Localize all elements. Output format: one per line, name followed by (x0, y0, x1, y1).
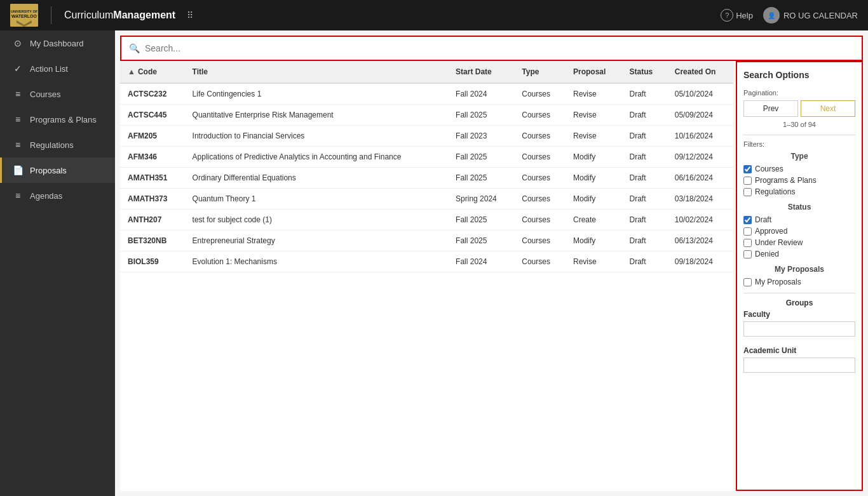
cell-status: Draft (621, 105, 667, 126)
type-section-header: Type (743, 152, 855, 161)
table-row[interactable]: ACTSC445 Quantitative Enterprise Risk Ma… (120, 105, 733, 126)
avatar: 👤 (763, 7, 780, 23)
cell-start-date: Fall 2025 (448, 210, 514, 231)
cell-proposal: Revise (566, 83, 622, 105)
sidebar-item-proposals[interactable]: 📄 Proposals (0, 158, 115, 183)
sidebar-item-label: Courses (30, 90, 60, 99)
courses-icon: ≡ (12, 89, 24, 99)
cell-start-date: Fall 2023 (448, 126, 514, 147)
cell-proposal: Revise (566, 126, 622, 147)
status-approved-checkbox[interactable] (743, 227, 752, 236)
grid-icon[interactable]: ⠿ (187, 10, 193, 20)
groups-section: Groups Faculty Academic Unit (743, 298, 855, 373)
type-regulations-checkbox[interactable] (743, 188, 752, 196)
col-header-created-on[interactable]: Created On (667, 61, 733, 83)
divider-1 (743, 135, 855, 135)
cell-status: Draft (621, 231, 667, 251)
cell-title: Introduction to Financial Services (185, 126, 449, 147)
proposals-icon: 📄 (12, 165, 24, 175)
cell-title: Evolution 1: Mechanisms (185, 251, 449, 272)
prev-button[interactable]: Prev (743, 100, 798, 117)
search-options-panel: Search Options Pagination: Prev Next 1–3… (736, 61, 863, 491)
sidebar-item-my-dashboard[interactable]: ⊙ My Dashboard (0, 30, 115, 56)
cell-created-on: 09/12/2024 (667, 147, 733, 168)
help-area[interactable]: ? Help (721, 9, 753, 22)
table-row[interactable]: ACTSC232 Life Contingencies 1 Fall 2024 … (120, 83, 733, 105)
col-header-start-date[interactable]: Start Date (448, 61, 514, 83)
cell-created-on: 06/13/2024 (667, 231, 733, 251)
cell-status: Draft (621, 168, 667, 189)
cell-status: Draft (621, 251, 667, 272)
my-proposals-checkbox[interactable] (743, 278, 752, 286)
content-area: 🔍 ▲Code Title Start Date Type Proposal S… (115, 30, 868, 496)
sidebar-item-courses[interactable]: ≡ Courses (0, 81, 115, 107)
sidebar-item-label: Proposals (30, 166, 67, 175)
type-courses-checkbox[interactable] (743, 165, 752, 173)
user-area[interactable]: 👤 RO UG CALENDAR (763, 7, 858, 23)
help-label: Help (736, 11, 753, 20)
type-programs-label: Programs & Plans (755, 176, 817, 185)
cell-code: BET320NB (120, 231, 185, 251)
cell-type: Courses (514, 83, 566, 105)
cell-title: Quantum Theory 1 (185, 189, 449, 210)
sidebar-item-label: Action List (30, 64, 68, 74)
cell-title: Life Contingencies 1 (185, 83, 449, 105)
status-section-header: Status (743, 203, 855, 211)
table-row[interactable]: AFM205 Introduction to Financial Service… (120, 126, 733, 147)
table-container: ▲Code Title Start Date Type Proposal Sta… (120, 61, 733, 491)
table-row[interactable]: BET320NB Entrepreneurial Strategy Fall 2… (120, 231, 733, 251)
next-button[interactable]: Next (801, 100, 855, 117)
cell-status: Draft (621, 189, 667, 210)
sidebar-item-regulations[interactable]: ≡ Regulations (0, 132, 115, 158)
status-draft-row: Draft (743, 215, 855, 224)
search-input[interactable] (145, 43, 854, 53)
type-programs-checkbox[interactable] (743, 177, 752, 185)
agendas-icon: ≡ (12, 191, 24, 201)
cell-created-on: 09/18/2024 (667, 251, 733, 272)
sidebar-item-agendas[interactable]: ≡ Agendas (0, 183, 115, 208)
status-under-review-label: Under Review (755, 238, 803, 247)
status-filter-section: Status Draft Approved Under Review (743, 203, 855, 258)
cell-start-date: Fall 2024 (448, 83, 514, 105)
type-courses-label: Courses (755, 164, 783, 173)
sidebar: ⊙ My Dashboard ✓ Action List ≡ Courses ≡… (0, 30, 115, 496)
cell-status: Draft (621, 210, 667, 231)
table-row[interactable]: BIOL359 Evolution 1: Mechanisms Fall 202… (120, 251, 733, 272)
status-under-review-checkbox[interactable] (743, 239, 752, 247)
col-header-proposal[interactable]: Proposal (566, 61, 622, 83)
cell-code: AMATH351 (120, 168, 185, 189)
cell-proposal: Create (566, 210, 622, 231)
action-list-icon: ✓ (12, 64, 24, 74)
status-draft-checkbox[interactable] (743, 216, 752, 224)
type-regulations-row: Regulations (743, 187, 855, 196)
col-header-type[interactable]: Type (514, 61, 566, 83)
col-header-title[interactable]: Title (185, 61, 449, 83)
sidebar-item-action-list[interactable]: ✓ Action List (0, 56, 115, 81)
header-right: ? Help 👤 RO UG CALENDAR (721, 7, 858, 23)
cell-proposal: Modify (566, 147, 622, 168)
logo-shield: UNIVERSITY OF WATERLOO (10, 4, 38, 27)
divider-2 (743, 293, 855, 293)
cell-created-on: 10/16/2024 (667, 126, 733, 147)
col-header-code[interactable]: ▲Code (120, 61, 185, 83)
table-row[interactable]: ANTH207 test for subject code (1) Fall 2… (120, 210, 733, 231)
sidebar-item-label: Regulations (30, 140, 74, 150)
faculty-input[interactable] (743, 321, 855, 337)
cell-title: Ordinary Differential Equations (185, 168, 449, 189)
cell-type: Courses (514, 189, 566, 210)
table-row[interactable]: AMATH373 Quantum Theory 1 Spring 2024 Co… (120, 189, 733, 210)
status-denied-checkbox[interactable] (743, 250, 752, 258)
col-header-status[interactable]: Status (621, 61, 667, 83)
cell-start-date: Fall 2025 (448, 147, 514, 168)
status-denied-row: Denied (743, 250, 855, 258)
faculty-label: Faculty (743, 310, 855, 319)
cell-title: Quantitative Enterprise Risk Management (185, 105, 449, 126)
table-row[interactable]: AMATH351 Ordinary Differential Equations… (120, 168, 733, 189)
academic-unit-label: Academic Unit (743, 346, 855, 355)
sidebar-item-programs-plans[interactable]: ≡ Programs & Plans (0, 107, 115, 132)
table-header-row: ▲Code Title Start Date Type Proposal Sta… (120, 61, 733, 83)
cell-type: Courses (514, 231, 566, 251)
table-row[interactable]: AFM346 Applications of Predictive Analyt… (120, 147, 733, 168)
academic-unit-input[interactable] (743, 358, 855, 373)
help-circle-icon: ? (721, 9, 733, 22)
